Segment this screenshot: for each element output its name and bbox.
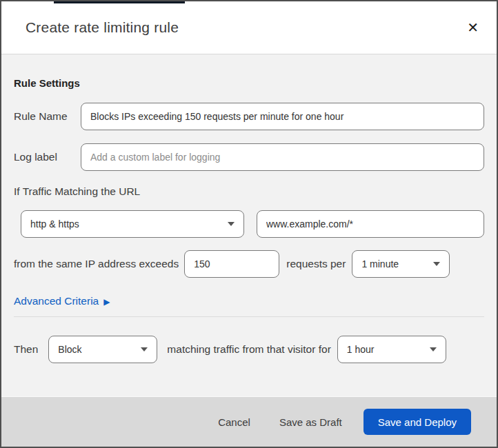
- scheme-dropdown-value: http & https: [30, 218, 79, 230]
- threshold-row: from the same IP address exceeds request…: [14, 250, 484, 278]
- top-accent-bar: [54, 0, 185, 3]
- chevron-down-icon: [433, 262, 440, 266]
- close-icon[interactable]: ✕: [463, 18, 483, 37]
- traffic-match-intro: If Traffic Matching the URL: [14, 185, 484, 198]
- page-title: Create rate limiting rule: [26, 19, 179, 36]
- rule-name-label: Rule Name: [14, 110, 81, 123]
- url-pattern-input[interactable]: [257, 210, 484, 238]
- rule-settings-heading: Rule Settings: [14, 77, 484, 89]
- duration-dropdown[interactable]: 1 hour: [337, 336, 446, 363]
- period-dropdown-value: 1 minute: [361, 258, 399, 269]
- period-dropdown[interactable]: 1 minute: [352, 250, 450, 278]
- save-and-deploy-button[interactable]: Save and Deploy: [363, 409, 471, 435]
- expand-arrow-icon: ▶: [103, 297, 110, 306]
- scheme-url-row: http & https: [14, 210, 484, 238]
- save-as-draft-button[interactable]: Save as Draft: [275, 411, 346, 434]
- cancel-button[interactable]: Cancel: [214, 411, 255, 434]
- action-middle-text: matching traffic from that visitor for: [167, 343, 330, 356]
- dialog-body: Rule Settings Rule Name Log label If Tra…: [1, 54, 497, 396]
- advanced-criteria-link[interactable]: Advanced Criteria ▶: [14, 295, 110, 307]
- action-row: Then Block matching traffic from that vi…: [14, 336, 484, 363]
- log-label-input[interactable]: [81, 143, 484, 171]
- chevron-down-icon: [141, 347, 148, 352]
- request-count-input[interactable]: [184, 250, 279, 278]
- section-divider: [14, 316, 484, 317]
- rule-name-input[interactable]: [81, 103, 484, 130]
- threshold-prefix-text: from the same IP address exceeds: [14, 258, 179, 270]
- create-rate-limiting-rule-dialog: Create rate limiting rule ✕ Rule Setting…: [0, 0, 498, 448]
- action-dropdown[interactable]: Block: [48, 336, 157, 363]
- log-label-row: Log label: [14, 143, 484, 171]
- threshold-suffix-text: requests per: [286, 258, 346, 270]
- dialog-header: Create rate limiting rule ✕: [1, 1, 497, 54]
- advanced-criteria-label: Advanced Criteria: [14, 295, 99, 307]
- action-dropdown-value: Block: [58, 344, 81, 355]
- rule-name-row: Rule Name: [14, 103, 484, 130]
- chevron-down-icon: [228, 222, 235, 226]
- then-label: Then: [14, 343, 38, 356]
- scheme-dropdown[interactable]: http & https: [21, 210, 244, 238]
- dialog-footer: Cancel Save as Draft Save and Deploy: [1, 396, 497, 447]
- log-label-label: Log label: [14, 151, 81, 163]
- chevron-down-icon: [430, 347, 437, 352]
- duration-dropdown-value: 1 hour: [347, 344, 375, 355]
